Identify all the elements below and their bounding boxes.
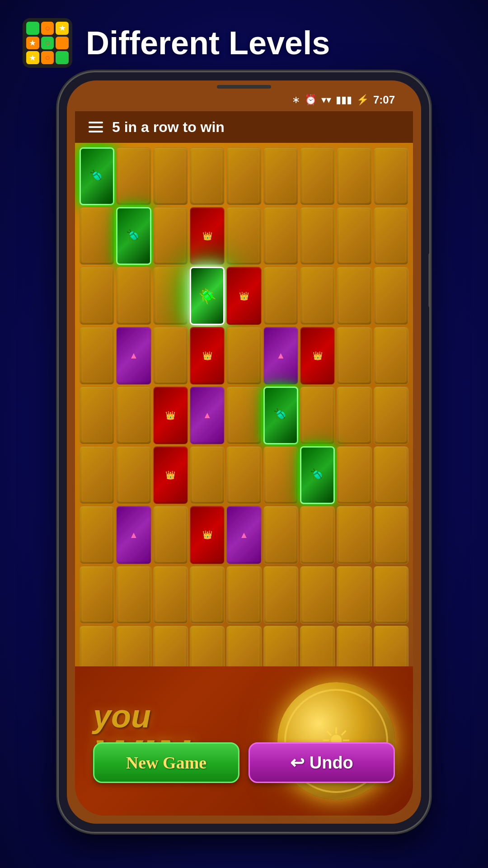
icon-cell-6 [56, 37, 69, 50]
grid-cell-r1c7[interactable] [300, 147, 335, 205]
grid-cell-r6c1[interactable] [80, 446, 114, 504]
grid-cell-r8c3[interactable] [153, 566, 188, 624]
grid-cell-r1c5[interactable] [226, 147, 261, 205]
grid-cell-r1c4[interactable] [190, 147, 225, 205]
grid-cell-r5c9[interactable] [374, 387, 408, 444]
battery-icon: ⚡ [357, 94, 369, 106]
grid-cell-r2c6[interactable] [263, 207, 298, 265]
grid-cell-r4c7[interactable] [300, 327, 335, 385]
grid-cell-r1c6[interactable] [263, 147, 298, 205]
grid-cell-r1c2[interactable] [116, 147, 151, 205]
hamburger-line-1 [89, 122, 103, 123]
status-time: 7:07 [373, 94, 395, 106]
menu-button[interactable] [89, 122, 103, 132]
grid-cell-r4c3[interactable] [153, 327, 188, 385]
grid-cell-r7c1[interactable] [80, 506, 114, 564]
grid-cell-r7c9[interactable] [374, 506, 408, 564]
icon-cell-9 [56, 51, 69, 64]
grid-cell-r7c8[interactable] [337, 506, 371, 564]
grid-cell-r3c5[interactable] [226, 267, 261, 325]
grid-cell-r2c9[interactable] [374, 207, 408, 265]
grid-cell-r6c2[interactable] [116, 446, 151, 504]
icon-cell-8: ○ [41, 51, 54, 64]
grid-cell-r4c6[interactable] [263, 327, 298, 385]
hamburger-line-2 [89, 126, 103, 128]
new-game-button[interactable]: New Game [93, 742, 239, 783]
grid-cell-r5c1[interactable] [80, 387, 114, 444]
grid-cell-r5c2[interactable] [116, 387, 151, 444]
grid [80, 147, 408, 684]
grid-cell-r7c5[interactable] [226, 506, 261, 564]
grid-cell-r2c2[interactable] [116, 207, 151, 265]
grid-cell-r5c8[interactable] [337, 387, 371, 444]
grid-cell-r4c1[interactable] [80, 327, 114, 385]
grid-cell-r3c1[interactable] [80, 267, 114, 325]
speaker [217, 85, 271, 89]
grid-cell-r5c3[interactable] [153, 387, 188, 444]
win-you-text: you [93, 700, 264, 732]
grid-cell-r5c7[interactable] [300, 387, 335, 444]
grid-cell-r2c1[interactable] [80, 207, 114, 265]
grid-cell-r5c4[interactable] [190, 387, 225, 444]
grid-cell-r6c9[interactable] [374, 446, 408, 504]
grid-cell-r7c4[interactable] [190, 506, 225, 564]
grid-cell-r8c2[interactable] [116, 566, 151, 624]
phone-frame: ∗ ⏰ ▾▾ ▮▮▮ ⚡ 7:07 5 in a row to win [59, 72, 429, 832]
grid-cell-r3c2[interactable] [116, 267, 151, 325]
buttons-area: New Game ↩ Undo [75, 742, 413, 788]
grid-cell-r3c8[interactable] [337, 267, 371, 325]
grid-cell-r6c6[interactable] [263, 446, 298, 504]
status-icons: ∗ ⏰ ▾▾ ▮▮▮ ⚡ 7:07 [292, 94, 395, 106]
grid-cell-r1c8[interactable] [337, 147, 371, 205]
grid-cell-r2c5[interactable] [226, 207, 261, 265]
signal-icon: ▮▮▮ [336, 94, 352, 106]
grid-cell-r2c7[interactable] [300, 207, 335, 265]
grid-cell-r6c8[interactable] [337, 446, 371, 504]
icon-cell-5: ○ [41, 37, 54, 50]
grid-cell-r7c7[interactable] [300, 506, 335, 564]
grid-cell-r5c6[interactable] [263, 387, 298, 444]
grid-cell-r4c5[interactable] [226, 327, 261, 385]
grid-cell-r4c4[interactable] [190, 327, 225, 385]
grid-cell-r8c1[interactable] [80, 566, 114, 624]
grid-cell-r3c4[interactable] [190, 267, 225, 325]
grid-cell-r2c3[interactable] [153, 207, 188, 265]
grid-cell-r8c8[interactable] [337, 566, 371, 624]
grid-cell-r8c6[interactable] [263, 566, 298, 624]
grid-cell-r3c6[interactable] [263, 267, 298, 325]
app-icon: ○ ★ ★ ○ ★ ○ [23, 18, 72, 68]
game-header: 5 in a row to win [75, 111, 413, 143]
icon-cell-2: ○ [41, 22, 54, 35]
grid-cell-r8c5[interactable] [226, 566, 261, 624]
grid-cell-r1c3[interactable] [153, 147, 188, 205]
grid-cell-r5c5[interactable] [226, 387, 261, 444]
grid-cell-r4c2[interactable] [116, 327, 151, 385]
grid-cell-r6c7[interactable] [300, 446, 335, 504]
grid-cell-r2c4[interactable] [190, 207, 225, 265]
status-bar: ∗ ⏰ ▾▾ ▮▮▮ ⚡ 7:07 [75, 89, 413, 111]
grid-cell-r1c1[interactable] [80, 147, 114, 205]
grid-cell-r7c6[interactable] [263, 506, 298, 564]
grid-cell-r2c8[interactable] [337, 207, 371, 265]
grid-cell-r3c9[interactable] [374, 267, 408, 325]
game-board[interactable] [75, 143, 413, 688]
grid-cell-r6c4[interactable] [190, 446, 225, 504]
hamburger-line-3 [89, 131, 103, 132]
grid-cell-r4c9[interactable] [374, 327, 408, 385]
grid-cell-r3c7[interactable] [300, 267, 335, 325]
icon-cell-3: ★ [56, 22, 69, 35]
game-subtitle: 5 in a row to win [112, 119, 225, 136]
phone-body: ∗ ⏰ ▾▾ ▮▮▮ ⚡ 7:07 5 in a row to win [59, 72, 429, 832]
grid-cell-r7c2[interactable] [116, 506, 151, 564]
grid-cell-r6c5[interactable] [226, 446, 261, 504]
grid-cell-r1c9[interactable] [374, 147, 408, 205]
undo-button[interactable]: ↩ Undo [249, 742, 395, 783]
grid-cell-r8c4[interactable] [190, 566, 225, 624]
power-button [428, 253, 429, 307]
grid-cell-r4c8[interactable] [337, 327, 371, 385]
grid-cell-r6c3[interactable] [153, 446, 188, 504]
grid-cell-r3c3[interactable] [153, 267, 188, 325]
grid-cell-r8c9[interactable] [374, 566, 408, 624]
grid-cell-r8c7[interactable] [300, 566, 335, 624]
grid-cell-r7c3[interactable] [153, 506, 188, 564]
